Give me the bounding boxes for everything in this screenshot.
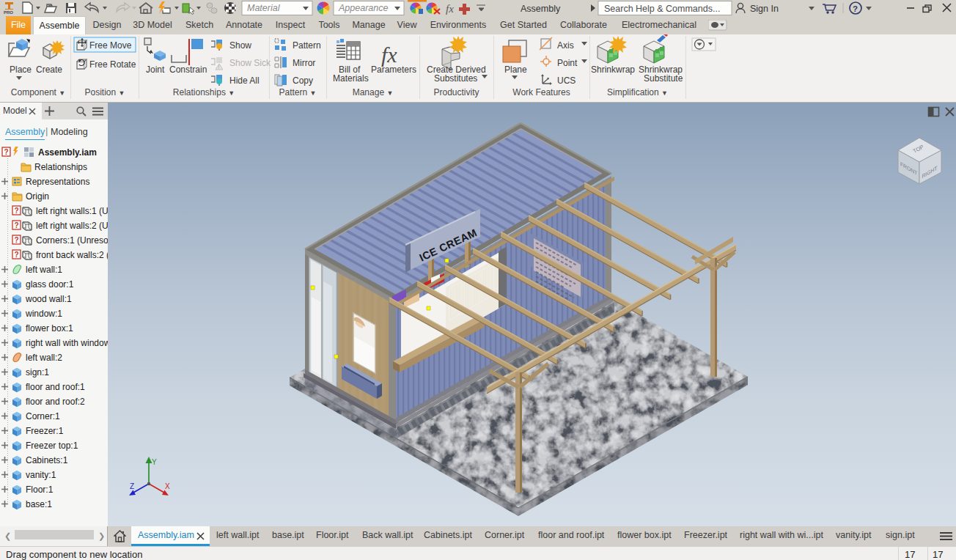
svg-text:?: ? — [853, 4, 858, 13]
svg-text:Assembly: Assembly — [521, 4, 561, 14]
svg-text:Z: Z — [130, 482, 134, 490]
svg-text:Parameters: Parameters — [371, 65, 416, 75]
svg-text:PRO: PRO — [4, 10, 13, 15]
svg-text:Joint: Joint — [146, 65, 165, 75]
svg-text:Axis: Axis — [557, 40, 574, 51]
svg-text:Substitute: Substitute — [644, 73, 683, 84]
svg-text:fx: fx — [381, 43, 397, 67]
svg-text:Materials: Materials — [333, 73, 369, 84]
svg-text:Mirror: Mirror — [293, 58, 315, 68]
svg-text:Shrinkwrap: Shrinkwrap — [591, 65, 635, 75]
svg-text:Plane: Plane — [504, 65, 527, 75]
svg-text:Material: Material — [247, 3, 281, 13]
svg-text:Show Sick: Show Sick — [229, 58, 271, 68]
svg-text:Free Rotate: Free Rotate — [89, 59, 136, 70]
svg-text:Copy: Copy — [293, 75, 313, 86]
svg-text:Constrain: Constrain — [169, 65, 207, 75]
svg-text:Hide All: Hide All — [229, 75, 260, 86]
svg-text:UCS: UCS — [557, 75, 576, 86]
svg-text:Appearance: Appearance — [338, 3, 388, 13]
svg-text:X: X — [165, 482, 170, 490]
svg-text:Point: Point — [557, 58, 578, 68]
svg-text:Sign In: Sign In — [750, 4, 779, 14]
svg-text:Create: Create — [36, 65, 62, 75]
svg-text:Y: Y — [152, 458, 157, 466]
svg-text:Place: Place — [10, 65, 32, 75]
svg-text:Pattern: Pattern — [293, 40, 321, 51]
svg-text:Substitutes: Substitutes — [434, 73, 477, 84]
svg-text:fx: fx — [446, 3, 454, 15]
svg-text:Show: Show — [229, 40, 251, 51]
svg-text:Free Move: Free Move — [89, 40, 132, 51]
svg-text:!: ! — [218, 65, 220, 70]
svg-text:Search Help & Commands...: Search Help & Commands... — [604, 4, 720, 14]
